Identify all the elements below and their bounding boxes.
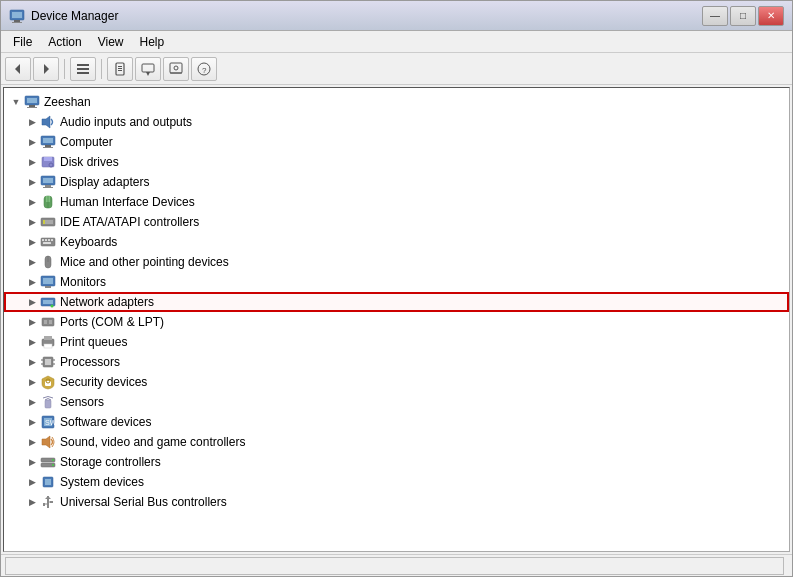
svg-rect-80 (45, 479, 51, 485)
expander-storage[interactable]: ▶ (24, 454, 40, 470)
expander-sound[interactable]: ▶ (24, 434, 40, 450)
icon-usb (40, 494, 56, 510)
svg-rect-47 (43, 242, 51, 244)
expander-monitors[interactable]: ▶ (24, 274, 40, 290)
expander-ports[interactable]: ▶ (24, 314, 40, 330)
minimize-button[interactable]: — (702, 6, 728, 26)
expander-software[interactable]: ▶ (24, 414, 40, 430)
expander-hid[interactable]: ▶ (24, 194, 40, 210)
expander-security[interactable]: ▶ (24, 374, 40, 390)
tree-item-monitors[interactable]: ▶ Monitors (4, 272, 789, 292)
tree-item-processors[interactable]: ▶ Processors (4, 352, 789, 372)
label-audio: Audio inputs and outputs (60, 115, 192, 129)
icon-print (40, 334, 56, 350)
svg-rect-2 (14, 20, 20, 22)
icon-ports (40, 314, 56, 330)
expander-mice[interactable]: ▶ (24, 254, 40, 270)
tree-item-keyboards[interactable]: ▶ Keyboards (4, 232, 789, 252)
icon-processors (40, 354, 56, 370)
svg-rect-8 (77, 72, 89, 74)
svg-point-78 (52, 464, 54, 466)
icon-disk (40, 154, 56, 170)
svg-rect-27 (45, 145, 51, 147)
tree-root[interactable]: ▼ Zeeshan (4, 92, 789, 112)
expander-processors[interactable]: ▶ (24, 354, 40, 370)
icon-keyboards (40, 234, 56, 250)
tree-item-audio[interactable]: ▶ Audio inputs and outputs (4, 112, 789, 132)
showhide-icon (76, 62, 90, 76)
show-hide-button[interactable] (70, 57, 96, 81)
tree-item-system[interactable]: ▶ System devices (4, 472, 789, 492)
expander-usb[interactable]: ▶ (24, 494, 40, 510)
tree-item-software[interactable]: ▶ SW Software devices (4, 412, 789, 432)
expander-network[interactable]: ▶ (24, 294, 40, 310)
expander-keyboards[interactable]: ▶ (24, 234, 40, 250)
menu-action[interactable]: Action (40, 33, 89, 51)
svg-rect-33 (43, 178, 53, 183)
svg-rect-46 (51, 239, 53, 241)
maximize-button[interactable]: □ (730, 6, 756, 26)
tree-item-hid[interactable]: ▶ Human Interface Devices (4, 192, 789, 212)
tree-item-usb[interactable]: ▶ Universal Serial Bus controllers (4, 492, 789, 512)
expander-ide[interactable]: ▶ (24, 214, 40, 230)
root-expander[interactable]: ▼ (8, 94, 24, 110)
expander-disk[interactable]: ▶ (24, 154, 40, 170)
update-driver-button[interactable] (135, 57, 161, 81)
svg-rect-52 (45, 286, 51, 288)
root-icon (24, 94, 40, 110)
tree-item-print[interactable]: ▶ Print queues (4, 332, 789, 352)
tree-item-sound[interactable]: ▶ Sound, video and game controllers (4, 432, 789, 452)
expander-display[interactable]: ▶ (24, 174, 40, 190)
svg-rect-10 (118, 66, 122, 67)
svg-rect-13 (142, 64, 154, 72)
window-title: Device Manager (31, 9, 118, 23)
back-icon (11, 62, 25, 76)
properties-button[interactable] (107, 57, 133, 81)
menu-help[interactable]: Help (132, 33, 173, 51)
close-button[interactable]: ✕ (758, 6, 784, 26)
svg-rect-30 (44, 157, 52, 161)
expander-system[interactable]: ▶ (24, 474, 40, 490)
svg-rect-34 (45, 185, 51, 187)
svg-marker-14 (146, 72, 150, 76)
expander-sensors[interactable]: ▶ (24, 394, 40, 410)
tree-item-computer[interactable]: ▶ Computer (4, 132, 789, 152)
label-keyboards: Keyboards (60, 235, 117, 249)
icon-software: SW (40, 414, 56, 430)
scan-button[interactable] (163, 57, 189, 81)
svg-rect-61 (44, 344, 52, 348)
svg-marker-24 (42, 116, 50, 128)
title-bar-controls: — □ ✕ (702, 6, 784, 26)
tree-item-sensors[interactable]: ▶ Sensors (4, 392, 789, 412)
expander-audio[interactable]: ▶ (24, 114, 40, 130)
icon-sound (40, 434, 56, 450)
title-bar-left: Device Manager (9, 8, 118, 24)
svg-rect-35 (43, 187, 53, 188)
svg-rect-70 (45, 400, 51, 408)
device-tree-container[interactable]: ▼ Zeeshan ▶ Audio inputs and outputs (3, 87, 790, 552)
expander-print[interactable]: ▶ (24, 334, 40, 350)
tree-item-storage[interactable]: ▶ Storage controllers (4, 452, 789, 472)
menu-view[interactable]: View (90, 33, 132, 51)
back-button[interactable] (5, 57, 31, 81)
scan-icon (169, 62, 183, 76)
tree-item-ide[interactable]: ▶ IDE ATA/ATAPI controllers (4, 212, 789, 232)
forward-button[interactable] (33, 57, 59, 81)
label-software: Software devices (60, 415, 151, 429)
properties-icon (113, 62, 127, 76)
icon-storage (40, 454, 56, 470)
app-icon (9, 8, 25, 24)
tree-item-ports[interactable]: ▶ Ports (COM & LPT) (4, 312, 789, 332)
expander-computer[interactable]: ▶ (24, 134, 40, 150)
menu-file[interactable]: File (5, 33, 40, 51)
svg-rect-11 (118, 68, 122, 69)
tree-item-network[interactable]: ▶ Network adapters (4, 292, 789, 312)
tree-item-disk[interactable]: ▶ Disk drives (4, 152, 789, 172)
tree-item-display[interactable]: ▶ Display adapters (4, 172, 789, 192)
svg-marker-4 (15, 64, 20, 74)
tree-item-mice[interactable]: ▶ Mice and other pointing devices (4, 252, 789, 272)
icon-network (40, 294, 56, 310)
tree-item-security[interactable]: ▶ Security devices (4, 372, 789, 392)
svg-marker-74 (42, 436, 50, 448)
help-button[interactable]: ? (191, 57, 217, 81)
